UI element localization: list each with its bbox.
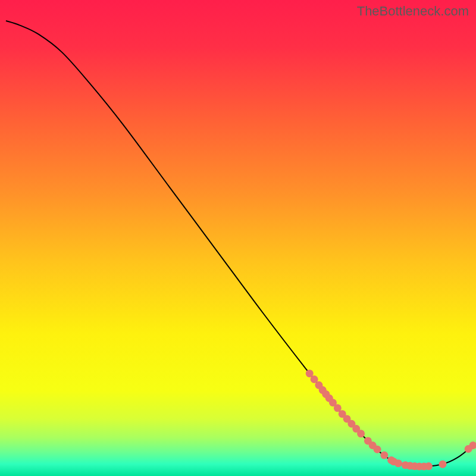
background-gradient (0, 0, 476, 476)
data-point (380, 452, 388, 459)
data-point (374, 446, 381, 453)
data-point (425, 462, 433, 470)
chart-svg (0, 0, 476, 476)
attribution-text: TheBottleneck.com (357, 4, 469, 19)
data-point (394, 459, 402, 467)
data-point (439, 461, 446, 468)
data-point (357, 430, 365, 437)
bottleneck-chart: TheBottleneck.com (0, 0, 476, 476)
